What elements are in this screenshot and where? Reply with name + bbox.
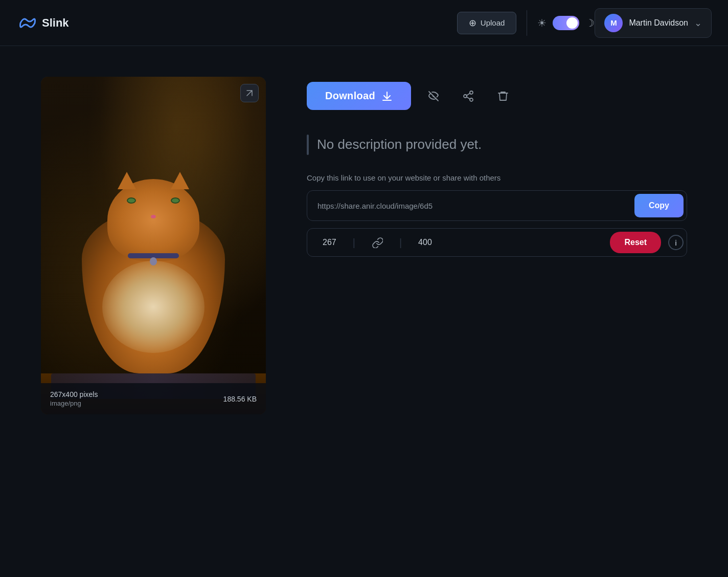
svg-point-2: [470, 98, 473, 101]
download-icon: [381, 91, 393, 102]
right-panel: Download: [307, 77, 687, 257]
info-button[interactable]: i: [668, 235, 684, 250]
reset-label: Reset: [624, 238, 647, 247]
views-count: 267: [323, 238, 336, 247]
external-link-icon: [245, 89, 254, 97]
logo-area: Slink: [16, 13, 457, 33]
trash-icon: [497, 90, 509, 102]
copy-label: Copy: [649, 201, 669, 210]
toggle-thumb: [566, 17, 578, 29]
reset-button[interactable]: Reset: [610, 232, 661, 253]
chevron-down-icon: ⌄: [694, 17, 702, 29]
avatar: M: [604, 14, 623, 32]
cat-eye-left: [127, 197, 136, 204]
description-section: No description provided yet.: [307, 135, 687, 155]
svg-point-0: [470, 91, 473, 94]
stats-divider-1: |: [349, 237, 359, 249]
cat-chest: [102, 261, 204, 353]
stats-divider-2: |: [395, 237, 406, 249]
image-type: image/png: [50, 400, 98, 407]
moon-icon: ☽: [585, 17, 595, 29]
info-icon: i: [675, 238, 677, 247]
description-block: No description provided yet.: [307, 135, 687, 155]
app-logo-icon: [16, 13, 37, 33]
theme-toggle[interactable]: [553, 16, 579, 30]
cat-nose: [151, 215, 156, 218]
link-section: Copy this link to use on your website or…: [307, 173, 687, 257]
app-name: Slink: [42, 16, 69, 30]
eye-off-icon: [427, 90, 440, 102]
link-url-input[interactable]: [307, 193, 631, 218]
cat-image: [72, 179, 235, 373]
stats-row: 267 | | 400 Reset: [307, 228, 687, 257]
download-label: Download: [325, 90, 375, 102]
sun-icon: ☀: [537, 17, 547, 29]
action-bar: Download: [307, 82, 687, 110]
header-divider: [527, 10, 527, 36]
stat-link: [359, 229, 395, 256]
hide-button[interactable]: [421, 84, 446, 108]
cat-eye-right: [171, 197, 180, 204]
open-external-button[interactable]: [240, 84, 259, 102]
description-border: [307, 135, 309, 155]
image-container: [41, 77, 266, 414]
upload-label: Upload: [481, 18, 505, 27]
image-info-bar: 267x400 pixels image/png 188.56 KB: [41, 383, 266, 414]
stat-views: 267: [310, 230, 349, 255]
image-panel: 267x400 pixels image/png 188.56 KB: [41, 77, 266, 414]
cat-collar-tag: [150, 257, 157, 265]
share-button[interactable]: [456, 84, 481, 108]
cat-ear-left: [118, 172, 136, 189]
stat-width: 400: [406, 230, 444, 255]
image-size: 188.56 KB: [223, 395, 257, 403]
svg-point-1: [464, 95, 467, 98]
user-name: Martin Davidson: [629, 18, 688, 28]
cat-ear-right: [171, 172, 189, 189]
share-icon: [462, 90, 474, 102]
link-copy-row: Copy: [307, 190, 687, 221]
user-menu[interactable]: M Martin Davidson ⌄: [595, 8, 712, 38]
upload-button[interactable]: ⊕ Upload: [457, 12, 517, 34]
link-label: Copy this link to use on your website or…: [307, 173, 687, 182]
copy-button[interactable]: Copy: [634, 194, 684, 217]
width-value: 400: [418, 238, 432, 247]
cat-head: [107, 179, 199, 261]
main-content: 267x400 pixels image/png 188.56 KB Downl…: [0, 46, 728, 445]
link-chain-icon: [372, 237, 383, 248]
image-dimensions: 267x400 pixels: [50, 390, 98, 398]
download-button[interactable]: Download: [307, 82, 411, 110]
theme-toggle-area: ☀ ☽: [537, 16, 595, 30]
image-meta: 267x400 pixels image/png: [50, 390, 98, 407]
delete-button[interactable]: [491, 84, 515, 108]
upload-plus-icon: ⊕: [469, 17, 476, 29]
description-text: No description provided yet.: [317, 135, 482, 154]
header-right: M Martin Davidson ⌄: [595, 8, 712, 38]
